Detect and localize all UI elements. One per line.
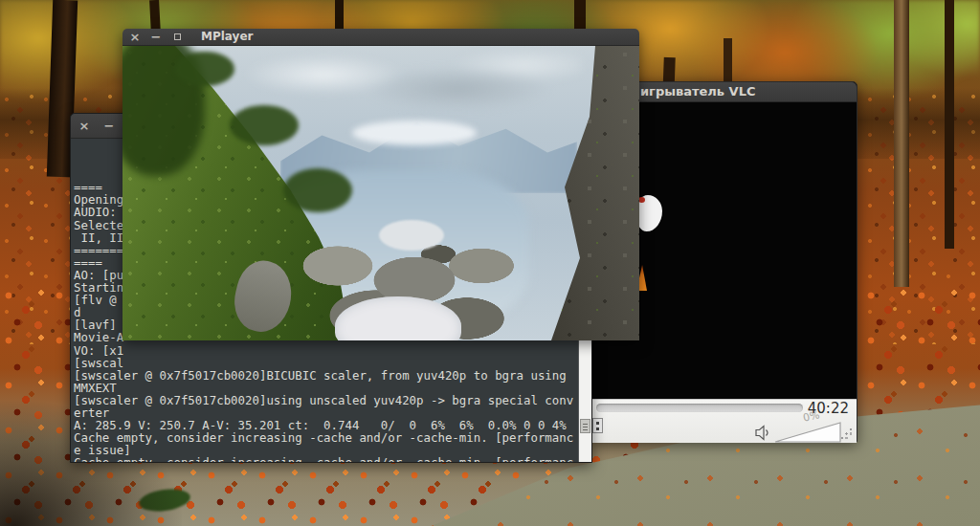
terminal-line: VO: [x1 bbox=[74, 344, 578, 357]
tree-trunk bbox=[894, 0, 909, 287]
minimize-icon[interactable]: − bbox=[101, 114, 117, 138]
video-snow-patch-small bbox=[379, 220, 444, 251]
terminal-line: MMXEXT bbox=[74, 382, 578, 394]
video-bush bbox=[283, 168, 352, 212]
vlc-edge-button[interactable] bbox=[592, 418, 603, 433]
terminal-line: Cache empty, consider increasing -cache … bbox=[74, 456, 578, 462]
mplayer-window: × − MPlayer bbox=[122, 29, 639, 340]
video-bush bbox=[230, 105, 299, 145]
vlc-seek-bar[interactable] bbox=[596, 404, 803, 412]
terminal-line: [swscaler @ 0x7f5017cb0020]using unscale… bbox=[74, 394, 578, 406]
vlc-control-panel: 40:22 0% bbox=[590, 399, 857, 443]
scrollbar-thumb[interactable] bbox=[580, 419, 590, 433]
video-bush bbox=[175, 52, 234, 86]
close-icon[interactable]: × bbox=[127, 29, 143, 45]
speaker-icon[interactable] bbox=[754, 425, 771, 441]
mplayer-video-area[interactable] bbox=[122, 46, 639, 340]
maximize-icon[interactable] bbox=[169, 29, 185, 45]
mplayer-window-title: MPlayer bbox=[201, 30, 253, 43]
vlc-video-figure bbox=[635, 195, 662, 231]
tree-trunk bbox=[945, 0, 954, 249]
minimize-icon[interactable]: − bbox=[148, 29, 164, 45]
terminal-line: Cache empty, consider increasing -cache … bbox=[74, 431, 578, 444]
vlc-volume-slider[interactable] bbox=[774, 422, 842, 443]
terminal-line: [swscaler @ 0x7f5017cb0020]BICUBIC scale… bbox=[74, 369, 578, 382]
vlc-window-title: игрыватель VLC bbox=[640, 84, 755, 99]
mplayer-titlebar[interactable]: × − MPlayer bbox=[122, 29, 639, 46]
video-sky-clouds bbox=[237, 46, 582, 118]
video-snowcap bbox=[352, 121, 477, 145]
close-icon[interactable]: × bbox=[77, 114, 92, 138]
terminal-line: [swscal bbox=[74, 357, 578, 369]
desktop: игрыватель VLC 40:22 0% × − bbox=[0, 0, 980, 526]
resize-grip-icon[interactable] bbox=[840, 427, 853, 440]
